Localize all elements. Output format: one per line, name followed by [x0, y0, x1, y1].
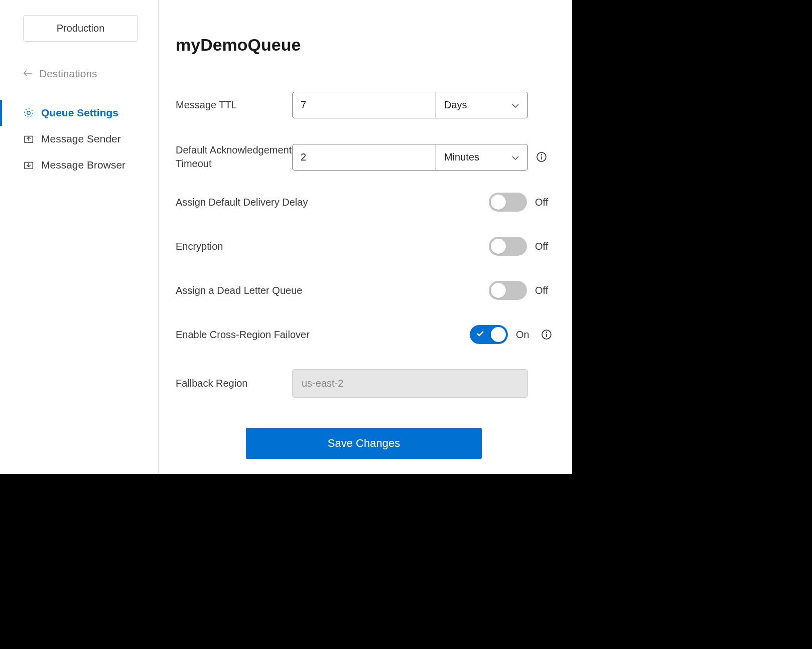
svg-point-12 [547, 332, 547, 333]
download-icon [23, 159, 34, 171]
delivery-delay-row: Assign Default Delivery Delay Off [176, 193, 552, 212]
cross-region-toggle[interactable] [470, 325, 508, 344]
dead-letter-label: Assign a Dead Letter Queue [176, 285, 489, 296]
delivery-delay-label: Assign Default Delivery Delay [176, 197, 489, 208]
cross-region-label: Enable Cross-Region Failover [176, 329, 470, 341]
encryption-toggle[interactable] [489, 237, 527, 256]
save-changes-button[interactable]: Save Changes [246, 428, 482, 459]
ack-timeout-label: Default Acknowledgement Timeout [176, 143, 292, 171]
upload-icon [23, 133, 34, 144]
page-title: myDemoQueue [176, 35, 552, 55]
svg-point-9 [542, 154, 542, 155]
svg-point-2 [25, 109, 33, 117]
nav-item-message-sender[interactable]: Message Sender [0, 126, 158, 152]
fallback-region-row: Fallback Region us-east-2 [176, 369, 552, 398]
select-value: Days [444, 99, 467, 111]
dead-letter-row: Assign a Dead Letter Queue Off [176, 281, 552, 300]
nav-item-message-browser[interactable]: Message Browser [0, 152, 158, 178]
message-ttl-unit-select[interactable]: Days [436, 92, 528, 118]
nav-item-label: Message Sender [41, 133, 121, 145]
chevron-down-icon [511, 99, 519, 111]
gear-icon [23, 107, 34, 118]
arrow-left-icon [23, 68, 33, 80]
encryption-row: Encryption Off [176, 237, 552, 256]
nav-item-label: Message Browser [41, 159, 125, 171]
ack-timeout-unit-select[interactable]: Minutes [436, 144, 528, 171]
encryption-label: Encryption [176, 241, 489, 252]
toggle-state-label: On [516, 329, 533, 341]
ack-timeout-input[interactable] [292, 144, 436, 171]
toggle-state-label: Off [535, 197, 552, 208]
svg-point-1 [27, 111, 30, 114]
toggle-state-label: Off [535, 285, 552, 296]
nav-item-queue-settings[interactable]: Queue Settings [0, 100, 158, 126]
message-ttl-input[interactable] [292, 92, 436, 118]
fallback-region-input[interactable]: us-east-2 [292, 369, 528, 398]
main-content: myDemoQueue Message TTL Days Default Ack… [159, 0, 572, 474]
select-value: Minutes [444, 151, 479, 163]
chevron-down-icon [511, 151, 519, 163]
fallback-region-label: Fallback Region [176, 377, 292, 390]
delivery-delay-toggle[interactable] [489, 193, 527, 212]
nav-item-label: Queue Settings [41, 107, 118, 119]
info-icon[interactable] [541, 329, 552, 340]
environment-selector[interactable]: Production [23, 15, 138, 42]
info-icon[interactable] [536, 151, 547, 163]
dead-letter-toggle[interactable] [489, 281, 527, 300]
ack-timeout-row: Default Acknowledgement Timeout Minutes [176, 143, 552, 171]
sidebar: Production Destinations Queue Settings [0, 0, 159, 474]
back-link-label: Destinations [39, 68, 97, 80]
toggle-state-label: Off [535, 241, 552, 252]
back-to-destinations-link[interactable]: Destinations [0, 62, 158, 86]
message-ttl-label: Message TTL [176, 98, 292, 112]
cross-region-row: Enable Cross-Region Failover On [176, 325, 552, 344]
message-ttl-row: Message TTL Days [176, 92, 552, 118]
